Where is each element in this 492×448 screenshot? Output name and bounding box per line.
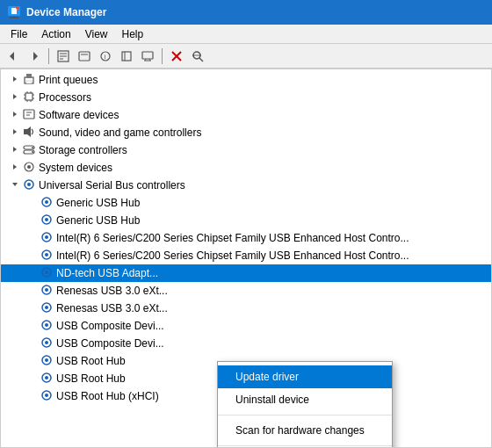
tree-item-ndtech[interactable]: ND-tech USB Adapt...	[1, 264, 491, 282]
update-driver-button[interactable]: i	[96, 47, 115, 66]
label-usb-root: Universal Serial Bus controllers	[39, 179, 185, 191]
svg-marker-5	[10, 52, 14, 61]
icon-ndtech	[40, 265, 54, 282]
icon-software	[22, 107, 36, 124]
svg-marker-26	[13, 76, 17, 82]
forward-button[interactable]	[25, 47, 44, 66]
monitor-button[interactable]	[138, 47, 157, 66]
icon-renesas-2	[40, 300, 54, 317]
icon-intel-usb-2	[40, 248, 54, 264]
svg-point-62	[45, 235, 48, 239]
svg-rect-28	[26, 74, 32, 78]
expander-storage[interactable]	[8, 145, 22, 155]
tree-item-processors[interactable]: Processors	[1, 89, 491, 106]
svg-line-24	[199, 58, 203, 61]
resources-button[interactable]	[117, 47, 136, 66]
svg-point-50	[32, 151, 33, 153]
icon-generic-hub-1	[40, 195, 54, 212]
device-properties-button[interactable]	[75, 47, 94, 66]
expander-sound[interactable]	[8, 127, 22, 138]
label-software: Software devices	[39, 109, 119, 121]
label-usb-root-hub-xhci: USB Root Hub (xHCI)	[56, 390, 159, 402]
svg-point-68	[45, 288, 48, 292]
context-menu-item-uninstall-device[interactable]: Uninstall device	[218, 388, 392, 411]
label-usb-composite-1: USB Composite Devi...	[56, 320, 164, 332]
label-processors: Processors	[39, 91, 91, 104]
svg-rect-29	[26, 81, 32, 83]
context-menu-sep	[218, 445, 392, 446]
svg-point-64	[45, 253, 48, 257]
label-generic-hub-1: Generic USB Hub	[56, 197, 140, 209]
label-renesas-2: Renesas USB 3.0 eXt...	[56, 302, 168, 314]
properties-button[interactable]	[54, 47, 73, 66]
title-bar-text: Device Manager	[26, 6, 106, 18]
svg-point-58	[45, 200, 48, 204]
menu-help[interactable]: Help	[115, 26, 151, 42]
main-content: Print queues Processors Software devices…	[0, 69, 492, 448]
tree-item-print[interactable]: Print queues	[1, 71, 491, 89]
icon-system	[22, 160, 36, 177]
svg-rect-15	[122, 52, 131, 61]
back-button[interactable]	[4, 47, 23, 66]
svg-marker-46	[13, 147, 17, 152]
svg-point-60	[45, 218, 48, 221]
tree-item-renesas-1[interactable]: Renesas USB 3.0 eXt...	[1, 282, 491, 300]
svg-rect-45	[24, 129, 27, 134]
icon-sound	[22, 125, 36, 141]
tree-item-usb-composite-1[interactable]: USB Composite Devi...	[1, 317, 491, 335]
label-storage: Storage controllers	[39, 144, 127, 156]
delete-button[interactable]	[167, 47, 186, 66]
expander-system[interactable]	[8, 163, 22, 173]
tree-item-usb-root[interactable]: Universal Serial Bus controllers	[1, 177, 491, 194]
label-usb-composite-2: USB Composite Devi...	[56, 337, 164, 350]
tree-item-sound[interactable]: Sound, video and game controllers	[1, 124, 491, 141]
svg-point-56	[27, 183, 31, 186]
icon-storage	[22, 142, 36, 159]
svg-rect-17	[142, 52, 153, 59]
tree-item-intel-usb-2[interactable]: Intel(R) 6 Series/C200 Series Chipset Fa…	[1, 247, 491, 264]
svg-marker-51	[13, 164, 17, 170]
tree-item-generic-hub-2[interactable]: Generic USB Hub	[1, 212, 491, 229]
tree-item-renesas-2[interactable]: Renesas USB 3.0 eXt...	[1, 300, 491, 317]
expander-processors[interactable]	[8, 92, 22, 103]
menu-file[interactable]: File	[4, 26, 34, 42]
svg-point-70	[45, 306, 48, 309]
svg-rect-31	[25, 93, 33, 100]
context-menu-item-scan-hardware[interactable]: Scan for hardware changes	[218, 419, 392, 442]
label-intel-usb-1: Intel(R) 6 Series/C200 Series Chipset Fa…	[56, 232, 409, 244]
expander-print[interactable]	[8, 75, 22, 85]
title-bar: ! Device Manager	[0, 0, 492, 25]
icon-usb-root-hub-1	[40, 353, 54, 370]
scan-button[interactable]	[188, 47, 207, 66]
svg-rect-2	[11, 8, 17, 14]
toolbar: i	[0, 44, 492, 69]
label-generic-hub-2: Generic USB Hub	[56, 214, 140, 227]
tree-item-usb-composite-2[interactable]: USB Composite Devi...	[1, 335, 491, 352]
svg-point-78	[45, 376, 48, 379]
menu-action[interactable]: Action	[34, 26, 77, 42]
tree-item-storage[interactable]: Storage controllers	[1, 141, 491, 159]
svg-marker-54	[12, 183, 18, 186]
tree-item-software[interactable]: Software devices	[1, 106, 491, 124]
tree-item-intel-usb-1[interactable]: Intel(R) 6 Series/C200 Series Chipset Fa…	[1, 229, 491, 247]
toolbar-sep-2	[162, 48, 163, 64]
svg-point-66	[45, 271, 48, 274]
context-menu-sep	[218, 415, 392, 415]
svg-rect-11	[79, 52, 90, 61]
label-renesas-1: Renesas USB 3.0 eXt...	[56, 285, 168, 297]
label-ndtech: ND-tech USB Adapt...	[56, 267, 158, 279]
context-menu-item-update-driver[interactable]: Update driver	[218, 365, 392, 388]
icon-usb-root-hub-2	[40, 371, 54, 387]
tree-item-generic-hub-1[interactable]: Generic USB Hub	[1, 194, 491, 212]
menu-view[interactable]: View	[78, 26, 115, 42]
icon-renesas-1	[40, 283, 54, 300]
svg-point-74	[45, 341, 48, 344]
expander-software[interactable]	[8, 110, 22, 120]
expander-usb-root[interactable]	[8, 180, 22, 191]
svg-marker-6	[33, 52, 38, 61]
icon-usb-root	[22, 177, 36, 194]
icon-usb-root-hub-xhci	[40, 388, 54, 405]
svg-marker-40	[13, 112, 17, 117]
svg-point-48	[32, 147, 33, 148]
tree-item-system[interactable]: System devices	[1, 159, 491, 177]
